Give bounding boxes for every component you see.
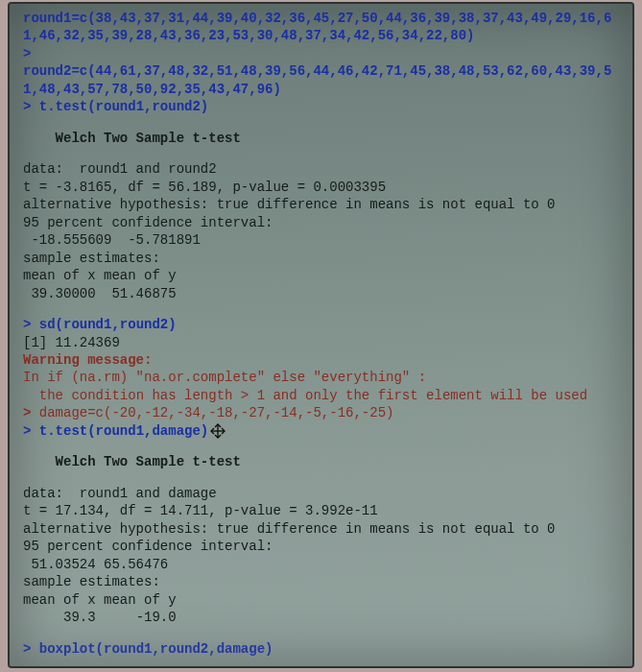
prompt: > xyxy=(23,99,39,114)
blank-line xyxy=(23,440,619,453)
ttest1-ci-header: 95 percent confidence interval: xyxy=(23,214,619,231)
cmd-round1-assign: round1=c(38,43,37,31,44,39,40,32,36,45,2… xyxy=(23,10,619,45)
warning-header: Warning message: xyxy=(23,351,619,369)
warning-line2: the condition has length > 1 and only th… xyxy=(23,387,619,404)
sd-output: [1] 11.24369 xyxy=(23,334,619,351)
cmd-ttest2-line: > t.test(round1,damage) xyxy=(23,422,619,440)
ttest2-est-header: sample estimates: xyxy=(23,573,619,590)
cmd-boxplot-line: > boxplot(round1,round2,damage) xyxy=(23,640,619,658)
blank-line xyxy=(23,302,619,316)
cmd-ttest2: t.test(round1,damage) xyxy=(39,423,208,439)
blank-line xyxy=(23,116,619,130)
ttest2-stats: t = 17.134, df = 14.711, p-value = 3.992… xyxy=(23,502,619,519)
prompt: > xyxy=(23,423,39,439)
ttest1-est-values: 39.30000 51.46875 xyxy=(23,285,619,302)
cmd-damage: damage=c(-20,-12,-34,-18,-27,-14,-5,-16,… xyxy=(39,405,394,420)
cmd-sd: sd(round1,round2) xyxy=(39,317,177,332)
cmd-round2-assign: round2=c(44,61,37,48,32,51,48,39,56,44,4… xyxy=(23,62,619,98)
prompt: > xyxy=(23,405,39,420)
ttest1-ci-values: -18.555609 -5.781891 xyxy=(23,231,619,249)
ttest1-alt: alternative hypothesis: true difference … xyxy=(23,196,619,213)
prompt: > xyxy=(23,317,39,332)
ttest2-title: Welch Two Sample t-test xyxy=(23,453,619,470)
cmd-ttest1: t.test(round1,round2) xyxy=(39,99,208,114)
cmd-sd-line: > sd(round1,round2) xyxy=(23,316,619,333)
ttest1-est-header: sample estimates: xyxy=(23,250,619,267)
ttest2-data: data: round1 and damage xyxy=(23,485,619,502)
prompt-blank: > xyxy=(23,45,619,62)
ttest1-title: Welch Two Sample t-test xyxy=(23,130,619,147)
ttest2-est-labels: mean of x mean of y xyxy=(23,591,619,609)
cmd-damage-line: > damage=c(-20,-12,-34,-18,-27,-14,-5,-1… xyxy=(23,404,619,421)
ttest2-alt: alternative hypothesis: true difference … xyxy=(23,520,619,538)
ttest2-ci-header: 95 percent confidence interval: xyxy=(23,538,619,555)
blank-line xyxy=(23,627,619,640)
move-cursor-icon xyxy=(210,423,226,439)
ttest1-est-labels: mean of x mean of y xyxy=(23,267,619,284)
cmd-ttest1-line: > t.test(round1,round2) xyxy=(23,98,619,115)
prompt: > xyxy=(23,641,39,657)
r-console-output[interactable]: round1=c(38,43,37,31,44,39,40,32,36,45,2… xyxy=(8,2,634,668)
warning-line1: In if (na.rm) "na.or.complete" else "eve… xyxy=(23,369,619,386)
ttest2-est-values: 39.3 -19.0 xyxy=(23,609,619,626)
ttest1-stats: t = -3.8165, df = 56.189, p-value = 0.00… xyxy=(23,179,619,196)
blank-line xyxy=(23,147,619,160)
blank-line xyxy=(23,471,619,485)
ttest1-data: data: round1 and round2 xyxy=(23,160,619,178)
ttest2-ci-values: 51.03524 65.56476 xyxy=(23,556,619,573)
cmd-boxplot: boxplot(round1,round2,damage) xyxy=(39,641,273,657)
